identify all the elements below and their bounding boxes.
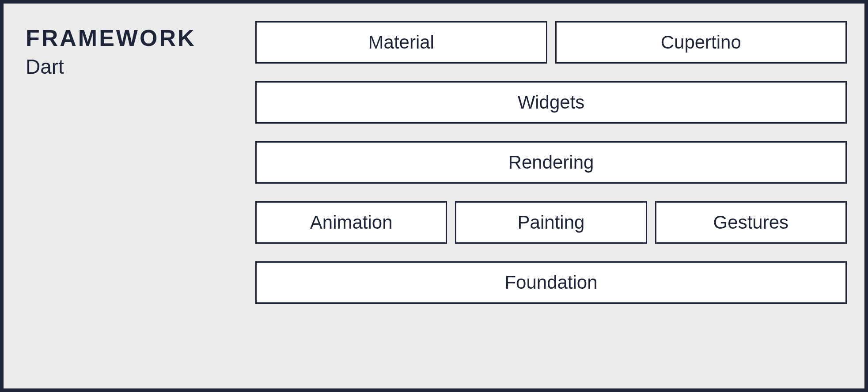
- layer-row-rendering: Rendering: [255, 141, 847, 184]
- layer-animation: Animation: [255, 201, 447, 244]
- layer-material: Material: [255, 21, 547, 64]
- layer-row-widgets: Widgets: [255, 81, 847, 124]
- layer-row-core: Animation Painting Gestures: [255, 201, 847, 244]
- framework-title: FRAMEWORK: [26, 25, 255, 51]
- layer-row-design-systems: Material Cupertino: [255, 21, 847, 64]
- layer-widgets: Widgets: [255, 81, 847, 124]
- layer-gestures: Gestures: [655, 201, 847, 244]
- layer-painting: Painting: [455, 201, 647, 244]
- diagram-container: FRAMEWORK Dart Material Cupertino Widget…: [0, 0, 868, 392]
- layer-rendering: Rendering: [255, 141, 847, 184]
- framework-header: FRAMEWORK Dart: [26, 21, 255, 371]
- layers-panel: Material Cupertino Widgets Rendering Ani…: [255, 21, 847, 371]
- framework-subtitle: Dart: [26, 55, 255, 79]
- layer-row-foundation: Foundation: [255, 261, 847, 304]
- layer-foundation: Foundation: [255, 261, 847, 304]
- layer-cupertino: Cupertino: [555, 21, 847, 64]
